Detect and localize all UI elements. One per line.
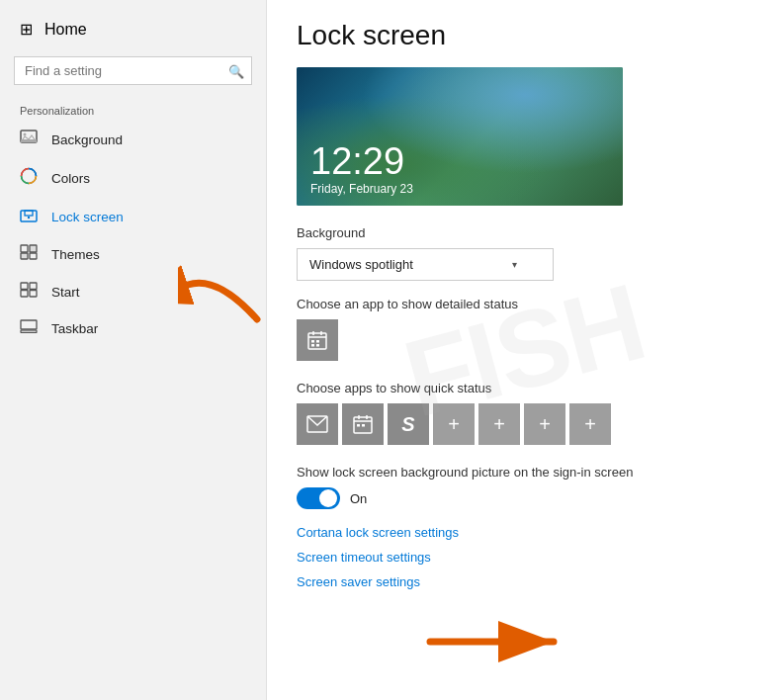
quick-status-mail-btn[interactable] [297, 403, 338, 445]
sidebar-item-start[interactable]: Start [0, 273, 266, 310]
sidebar-search-container: 🔍 [14, 56, 252, 85]
svg-rect-22 [311, 340, 314, 343]
svg-rect-11 [21, 283, 28, 290]
svg-point-6 [28, 217, 30, 219]
svg-rect-13 [21, 291, 28, 298]
svg-rect-10 [30, 253, 37, 259]
svg-rect-23 [316, 340, 319, 343]
sidebar-home-label: Home [44, 21, 87, 39]
background-icon [20, 130, 38, 149]
sidebar-item-colors-label: Colors [51, 171, 90, 186]
background-dropdown-value: Windows spotlight [309, 257, 413, 272]
mail-icon [306, 415, 328, 433]
sidebar-category-label: Personalization [0, 99, 266, 121]
bottom-arrow-annotation [425, 614, 583, 672]
sign-in-label: Show lock screen background picture on t… [297, 465, 751, 480]
sidebar-item-taskbar[interactable]: Taskbar [0, 310, 266, 346]
svg-rect-25 [316, 344, 319, 347]
sidebar-item-taskbar-label: Taskbar [51, 321, 98, 336]
sidebar: ⊞ Home 🔍 Personalization Background [0, 0, 267, 700]
lock-screen-preview: 12:29 Friday, February 23 [297, 67, 623, 206]
svg-point-2 [24, 133, 27, 136]
sidebar-item-colors[interactable]: Colors [0, 158, 266, 198]
svg-rect-31 [357, 424, 360, 427]
quick-status-add-2-btn[interactable]: + [478, 403, 520, 445]
add-icon-4: + [584, 413, 596, 436]
background-dropdown-container: Windows spotlight ▾ [297, 248, 554, 281]
sidebar-item-background[interactable]: Background [0, 121, 266, 158]
svg-rect-15 [21, 320, 37, 329]
page-title: Lock screen [297, 20, 751, 51]
taskbar-icon [20, 319, 38, 337]
quick-status-label: Choose apps to show quick status [297, 381, 751, 395]
themes-icon [20, 244, 38, 264]
calendar-icon [306, 329, 328, 351]
svg-rect-14 [30, 291, 37, 298]
quick-status-add-4-btn[interactable]: + [569, 403, 611, 445]
calendar-icon-2 [352, 413, 374, 435]
svg-rect-8 [30, 245, 37, 252]
detailed-status-label: Choose an app to show detailed status [297, 297, 751, 311]
svg-rect-12 [30, 283, 37, 290]
toggle-on-label: On [350, 491, 367, 506]
chevron-down-icon: ▾ [512, 259, 517, 270]
main-content: FISH Lock screen 12:29 Friday, February … [267, 0, 781, 700]
sidebar-item-background-label: Background [51, 132, 123, 147]
sign-in-toggle-row: On [297, 487, 751, 509]
svg-rect-24 [311, 344, 314, 347]
svg-rect-9 [21, 253, 28, 259]
quick-status-add-3-btn[interactable]: + [524, 403, 565, 445]
sidebar-item-home[interactable]: ⊞ Home [0, 10, 266, 48]
sidebar-item-themes[interactable]: Themes [0, 235, 266, 273]
background-dropdown[interactable]: Windows spotlight ▾ [297, 248, 554, 281]
screen-timeout-link[interactable]: Screen timeout settings [297, 550, 751, 565]
skype-icon: S [401, 413, 414, 436]
add-icon-1: + [448, 413, 460, 436]
add-icon-3: + [539, 413, 551, 436]
svg-rect-16 [21, 330, 37, 333]
search-icon: 🔍 [228, 63, 244, 78]
lock-screen-icon [20, 207, 38, 226]
add-icon-2: + [493, 413, 505, 436]
sidebar-item-themes-label: Themes [51, 247, 100, 262]
cortana-link[interactable]: Cortana lock screen settings [297, 525, 751, 540]
sign-in-toggle[interactable] [297, 487, 340, 509]
sidebar-item-lock-screen[interactable]: Lock screen [0, 198, 266, 235]
lock-preview-time: 12:29 [310, 142, 609, 180]
svg-rect-7 [21, 245, 28, 252]
quick-status-calendar-btn[interactable] [342, 403, 384, 445]
background-section-label: Background [297, 225, 751, 240]
sidebar-item-start-label: Start [51, 285, 80, 300]
colors-icon [20, 167, 38, 189]
lock-preview-date: Friday, February 23 [310, 182, 609, 196]
start-icon [20, 282, 38, 302]
quick-status-skype-btn[interactable]: S [388, 403, 429, 445]
detailed-status-apps-row [297, 319, 751, 361]
sidebar-item-lock-screen-label: Lock screen [51, 210, 124, 224]
search-input[interactable] [14, 56, 252, 85]
screen-saver-link[interactable]: Screen saver settings [297, 574, 751, 589]
svg-rect-32 [362, 424, 365, 427]
detailed-status-calendar-btn[interactable] [297, 319, 338, 361]
home-icon: ⊞ [20, 20, 33, 39]
quick-status-apps-row: S + + + + [297, 403, 751, 445]
toggle-knob [319, 489, 337, 507]
quick-status-add-1-btn[interactable]: + [433, 403, 475, 445]
